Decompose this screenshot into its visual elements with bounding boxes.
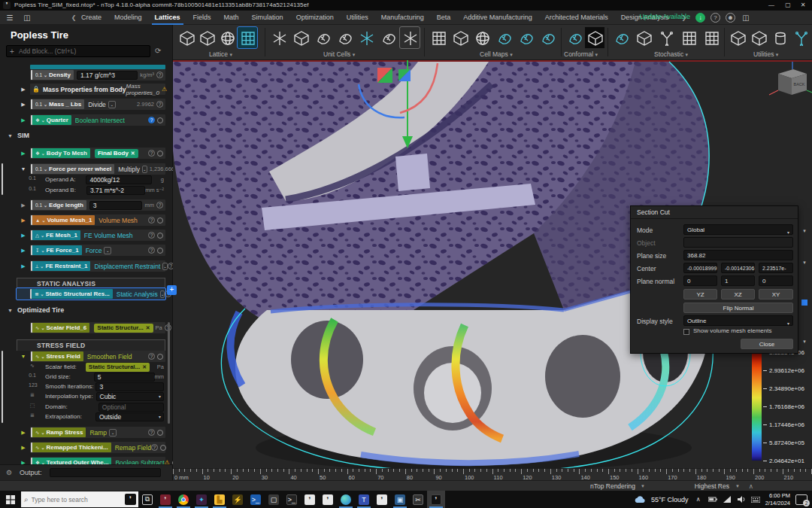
edge-length-chip[interactable]: 0.1⌄Edge length (31, 200, 86, 210)
browser-globe-icon[interactable] (337, 491, 355, 508)
utility-cube-dashed-icon[interactable] (749, 27, 768, 48)
ntop-doc-icon-1[interactable]: ❜ (301, 491, 319, 508)
update-available-link[interactable]: Update Available (640, 13, 690, 20)
block-row-volume-mesh[interactable]: ▲⌄Volume Mesh_1 Volume Mesh ? (30, 214, 165, 226)
capture-app-icon[interactable]: ⚡ (229, 491, 247, 508)
interpolation-type-row[interactable]: Interpolation type: Cubic▾ (36, 391, 164, 401)
add-block-input[interactable]: + Add Block... (Ctrl+L) (6, 45, 150, 57)
visibility-toggle[interactable] (157, 151, 163, 157)
expand-arrow-icon[interactable]: ▶ (20, 457, 27, 464)
dropdown-icon[interactable]: ⌄ (162, 263, 168, 270)
block-row-textured-outer-wheel[interactable]: ❖⌄Textured Outer Whe... Boolean Subtract… (30, 457, 165, 464)
layout-panes-icon[interactable]: ◫ (21, 13, 33, 23)
hamburger-menu-icon[interactable]: ☰ (4, 13, 16, 23)
block-row-mass-properties[interactable]: 🔒 Mass Properties from Body Mass propert… (30, 84, 165, 95)
taskbar-clock[interactable]: 6:00 PM 2/14/2024 (765, 492, 790, 507)
section-header-sim[interactable]: ▼SIM (8, 132, 29, 139)
weather-text[interactable]: 55°F Cloudy (651, 496, 689, 503)
dropdown-icon[interactable]: ⌄ (109, 429, 117, 437)
normal-z-field[interactable]: 0 (759, 275, 793, 286)
help-circle-icon[interactable]: ? (156, 71, 163, 78)
dropdown-icon[interactable]: ⌄ (142, 166, 147, 173)
tab-simulation[interactable]: Simulation (252, 11, 283, 25)
speaker-icon[interactable] (737, 495, 746, 504)
static-structural-tag[interactable]: Static Structur...✕ (94, 324, 153, 333)
unitcell-axes-arrows-icon[interactable] (356, 27, 376, 48)
lattice-box-cylinder-icon[interactable] (197, 27, 217, 48)
chevron-down-icon[interactable]: ▼ (735, 482, 740, 491)
block-row-body-to-mesh[interactable]: ❖⌄Body To Mesh Final Body✕ ? (30, 148, 165, 159)
expand-arrow-icon[interactable]: ▶ (20, 199, 27, 211)
group-label-conformal[interactable]: Conformal ▾ (564, 50, 598, 58)
unitcell-gyroid-2-icon[interactable] (335, 27, 354, 48)
help-circle-icon[interactable]: ? (148, 150, 155, 157)
xz-plane-button[interactable]: XZ (721, 289, 755, 300)
cellmap-frame-cube-icon[interactable] (450, 27, 470, 48)
stochastic-branch-icon[interactable] (656, 27, 676, 48)
slack-icon[interactable]: ✦ (192, 491, 211, 508)
workspace-layout-icon[interactable]: ◫ (740, 13, 752, 23)
expand-arrow-icon[interactable]: ▶ (20, 99, 27, 110)
block-row-static-structural[interactable]: ≣⌄Static Structural Res... Static Analys… (17, 288, 165, 300)
help-circle-icon[interactable]: ? (148, 117, 155, 123)
fe-restraint-chip[interactable]: ⟂⌄FE Restraint_1 (31, 261, 90, 271)
chevron-down-icon[interactable]: ▼ (641, 482, 645, 491)
lattice-box-sphere-icon[interactable] (217, 27, 237, 48)
grid-size-field[interactable]: 5 (94, 373, 155, 382)
help-circle-icon[interactable]: ? (148, 429, 155, 436)
visibility-toggle[interactable] (157, 217, 163, 224)
rendering-mode-select[interactable]: nTop Rendering (590, 482, 635, 491)
operand-b-field[interactable]: 3.71 m*s^-2 (86, 186, 145, 195)
expand-arrow-icon[interactable]: ▶ (20, 214, 27, 226)
chevron-up-icon[interactable]: ∧ (749, 482, 753, 491)
static-structural-chip[interactable]: ≣⌄Static Structural Res... (30, 289, 113, 299)
visibility-toggle[interactable] (157, 248, 163, 254)
block-row-density[interactable]: 0.1⌄Density 1.17 g/cm^3 kg/m³? (30, 69, 165, 81)
scalar-field-input-row[interactable]: Scalar field: Static Structural...✕ Pa (36, 362, 164, 372)
accent-swatch[interactable] (801, 300, 807, 306)
help-icon[interactable]: ? (710, 13, 720, 23)
visibility-toggle[interactable] (157, 354, 163, 360)
fe-force-chip[interactable]: ↧⌄FE Force_1 (31, 245, 82, 255)
vm-window-icon[interactable]: ▢ (265, 491, 283, 508)
sidebar-scrollbar[interactable] (168, 322, 170, 424)
block-row-force[interactable]: 0.1⌄Force per rover wheel Multiply⌄ 1,23… (30, 163, 165, 175)
collapse-arrow-icon[interactable]: ▼ (20, 351, 27, 362)
ntop-active-app-icon[interactable]: ❜ (427, 491, 445, 508)
block-row-fe-mesh[interactable]: △⌄FE Mesh_1 FE Volume Mesh ? (30, 230, 165, 241)
cellmap-dot-cube-icon[interactable] (429, 27, 448, 48)
tray-chevron-up-icon[interactable]: ∧ (694, 495, 703, 504)
center-z-field[interactable]: 2.23517e-05 (759, 263, 793, 273)
collapsed-panel-toggle[interactable]: ▾ (800, 260, 809, 267)
dropdown-icon[interactable]: ⌄ (108, 101, 116, 108)
show-volume-mesh-checkbox[interactable] (683, 329, 689, 335)
output-field[interactable] (50, 468, 161, 477)
ntop-doc-icon-2[interactable]: ❜ (319, 491, 337, 508)
ntop-app-icon[interactable]: ❜ (156, 491, 174, 508)
textured-chip[interactable]: ❖⌄Textured Outer Whe... (31, 458, 111, 464)
block-row-remapped-thickening[interactable]: ∿⌄Remapped Thickeni... Remap Field ? (30, 442, 165, 453)
center-y-field[interactable]: -0.00142306 (721, 263, 755, 273)
block-row-edge-length[interactable]: 0.1⌄Edge length 3 mm? (30, 199, 165, 211)
final-body-tag[interactable]: Final Body✕ (95, 149, 138, 158)
normal-y-field[interactable]: 1 (721, 275, 755, 286)
tab-architected-materials[interactable]: Architected Materials (545, 11, 608, 25)
expand-arrow-icon[interactable]: ▶ (20, 442, 27, 453)
fe-mesh-chip[interactable]: △⌄FE Mesh_1 (31, 230, 80, 240)
cellmap-sphere-icon[interactable] (472, 27, 492, 48)
operand-a-field[interactable]: 4000kg/12 (86, 175, 152, 184)
help-circle-icon[interactable]: ? (168, 263, 173, 269)
stochastic-noise-cube-icon[interactable] (679, 27, 698, 48)
normal-x-field[interactable]: 0 (683, 275, 717, 286)
operand-b-row[interactable]: Operand B: 3.71 m*s^-2 mm s⁻² (36, 185, 164, 195)
edge-length-field[interactable]: 3 (89, 201, 142, 210)
smooth-iterations-field[interactable]: 3 (95, 382, 164, 391)
xy-plane-button[interactable]: XY (759, 289, 793, 300)
search-input[interactable] (32, 496, 111, 503)
cellmap-patch-icon[interactable] (494, 27, 514, 48)
section-header-optimized-tire[interactable]: ▼Optimized Tire (8, 306, 64, 314)
start-button[interactable] (0, 491, 21, 508)
help-circle-icon[interactable]: ? (148, 217, 155, 224)
block-row-mass-lbs[interactable]: 0.1⌄Mass _ Lbs Divide⌄ 2.9962? (30, 99, 165, 110)
help-circle-icon[interactable]: ? (148, 247, 155, 254)
